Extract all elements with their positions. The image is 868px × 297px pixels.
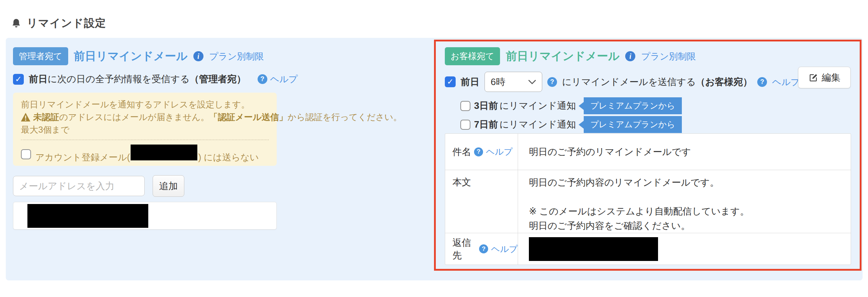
body-value-cell: 明日のご予約内容のリマインドメールです。 ※ このメールはシステムより自動配信し… (518, 170, 851, 233)
admin-receive-label: 前日に次の日の全予約情報を受信する（管理者宛） (29, 73, 246, 85)
question-icon[interactable]: ? (479, 244, 488, 253)
send-row-day-label: 前日 (461, 76, 479, 88)
warning-icon (21, 113, 30, 121)
reminder-settings-page: リマインド設定 管理者宛て 前日リマインドメール i プラン別制限 ✓ 前日に次… (0, 0, 868, 297)
admin-notice-box: 前日リマインドメールを通知するアドレスを設定します。 未認証のアドレスにはメール… (13, 93, 277, 166)
badge-arrow (579, 102, 584, 110)
email-add-row: 追加 (13, 175, 184, 197)
table-row-subject: 件名 ? ヘルプ 明日のご予約のリマインドメールです (445, 134, 851, 170)
admin-receive-checkbox[interactable]: ✓ (13, 74, 24, 85)
add-email-button[interactable]: 追加 (153, 175, 184, 197)
reminder-3days-row: 3日前 にリマインド通知 プレミアムプランから (460, 97, 682, 114)
email-input[interactable] (13, 176, 145, 196)
question-icon[interactable]: ? (474, 147, 483, 156)
customer-section-title: 前日リマインドメール (506, 49, 619, 64)
edit-pencil-icon (808, 73, 818, 83)
customer-send-row: ✓ 前日 6時 ? にリマインドメールを送信する（お客様宛） ? ヘルプ (445, 72, 800, 92)
customer-target-badge: お客様宛て (445, 47, 500, 65)
customer-plan-limit-link[interactable]: プラン別制限 (641, 50, 696, 62)
reminder-mail-table: 件名 ? ヘルプ 明日のご予約のリマインドメールです 本文 明日のご予約内容のリ… (445, 133, 851, 265)
account-mail-row: アカウント登録メール() には送らない (21, 145, 269, 164)
table-row-body: 本文 明日のご予約内容のリマインドメールです。 ※ このメールはシステムより自動… (445, 170, 851, 233)
body-label-cell: 本文 (445, 170, 518, 233)
notice-line-1: 前日リマインドメールを通知するアドレスを設定します。 (21, 98, 269, 111)
notice-line-2: 未認証のアドレスにはメールが届きません。「認証メール送信」から認証を行ってくださ… (21, 111, 269, 123)
customer-section-highlight: お客様宛て 前日リマインドメール i プラン別制限 ✓ 前日 6時 ? にリマイ… (434, 40, 862, 271)
registered-email-list (13, 202, 277, 230)
info-icon[interactable]: i (193, 51, 203, 61)
reply-help-link[interactable]: ヘルプ (491, 243, 518, 255)
customer-section-header: お客様宛て 前日リマインドメール i プラン別制限 (445, 47, 696, 65)
customer-send-checkbox[interactable]: ✓ (445, 76, 456, 87)
question-icon[interactable]: ? (757, 77, 767, 87)
customer-help-link[interactable]: ヘルプ (772, 76, 800, 88)
bell-icon (11, 18, 22, 29)
account-mail-label: アカウント登録メール() には送らない (35, 145, 259, 164)
admin-help-wrap: ? ヘルプ (258, 73, 298, 85)
reply-value-cell (518, 233, 851, 265)
settings-container: 管理者宛て 前日リマインドメール i プラン別制限 ✓ 前日に次の日の全予約情報… (6, 38, 863, 280)
admin-section-title: 前日リマインドメール (74, 49, 188, 64)
question-icon[interactable]: ? (547, 77, 557, 87)
redacted-registered-email (27, 204, 148, 228)
subject-help-link[interactable]: ヘルプ (486, 146, 513, 158)
reminder-3days-checkbox[interactable] (460, 101, 470, 111)
premium-plan-badge: プレミアムプランから (579, 116, 681, 133)
admin-help-link[interactable]: ヘルプ (270, 73, 298, 85)
edit-button[interactable]: 編集 (798, 67, 851, 88)
reminder-7days-checkbox[interactable] (460, 120, 470, 130)
admin-section-header: 管理者宛て 前日リマインドメール i プラン別制限 (13, 47, 264, 65)
badge-arrow (579, 121, 584, 129)
page-header: リマインド設定 (11, 16, 106, 31)
redacted-reply-address (529, 237, 658, 261)
chevron-down-icon (528, 80, 536, 84)
notice-divider (21, 139, 269, 140)
table-row-reply: 返信先 ? ヘルプ (445, 233, 851, 265)
redacted-account-email (131, 145, 197, 160)
subject-label-cell: 件名 ? ヘルプ (445, 134, 518, 170)
send-time-value: 6時 (491, 76, 505, 88)
question-icon[interactable]: ? (258, 74, 267, 84)
page-title: リマインド設定 (27, 16, 106, 31)
admin-receive-row: ✓ 前日に次の日の全予約情報を受信する（管理者宛） ? ヘルプ (13, 73, 298, 85)
account-mail-checkbox[interactable] (21, 149, 31, 159)
admin-target-badge: 管理者宛て (13, 47, 68, 65)
edit-button-label: 編集 (822, 71, 841, 84)
subject-value-cell: 明日のご予約のリマインドメールです (518, 134, 851, 170)
send-time-select[interactable]: 6時 (485, 72, 542, 92)
reply-label-cell: 返信先 ? ヘルプ (445, 233, 518, 265)
notice-line-3: 最大3個まで (21, 123, 269, 136)
reminder-7days-row: 7日前 にリマインド通知 プレミアムプランから (460, 116, 682, 133)
premium-plan-badge: プレミアムプランから (579, 97, 681, 114)
admin-plan-limit-link[interactable]: プラン別制限 (209, 50, 264, 62)
info-icon[interactable]: i (625, 51, 635, 61)
send-row-label: にリマインドメールを送信する（お客様宛） (562, 76, 752, 88)
